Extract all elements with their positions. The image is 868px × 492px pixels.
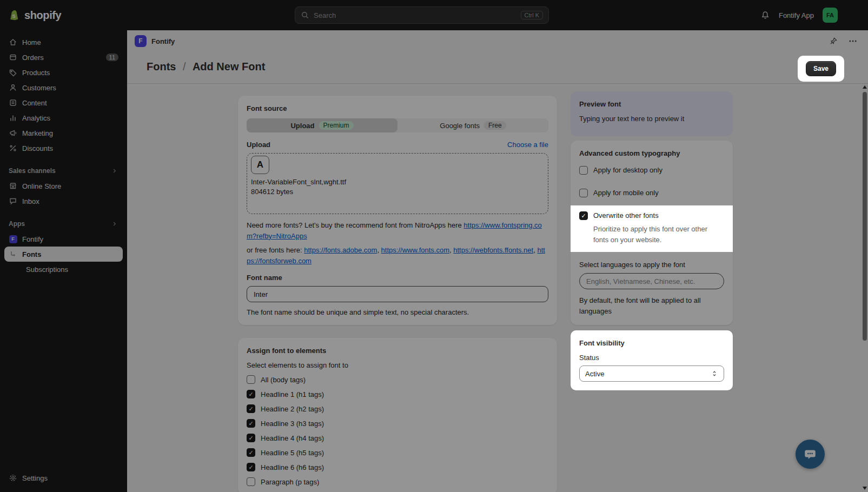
- checkbox[interactable]: [247, 419, 255, 428]
- sidebar-item-home[interactable]: Home: [4, 35, 123, 50]
- inbox-chat-icon: [9, 197, 17, 205]
- checkbox[interactable]: [247, 477, 255, 486]
- font-name-input[interactable]: [247, 286, 548, 302]
- shopify-wordmark: shopify: [24, 9, 61, 22]
- sidebar-item-inbox[interactable]: Inbox: [4, 194, 123, 209]
- choose-file-link[interactable]: Choose a file: [507, 141, 548, 149]
- tab-upload[interactable]: Upload Premium: [247, 118, 397, 132]
- notifications-bell-icon[interactable]: [760, 10, 770, 20]
- topbar: S shopify Ctrl K Fontify App FA: [0, 0, 868, 30]
- app-header: F Fontify: [127, 30, 868, 52]
- section-label: Apps: [9, 220, 25, 228]
- checkbox[interactable]: [579, 211, 588, 220]
- sidebar-item-fontify[interactable]: F Fontify: [4, 231, 123, 247]
- products-tag-icon: [9, 68, 17, 77]
- online-store-icon: [9, 182, 17, 190]
- more-options-icon[interactable]: [849, 37, 857, 45]
- sidebar-item-label: Settings: [22, 474, 48, 482]
- assign-option-h1[interactable]: Headline 1 (h1 tags): [247, 390, 548, 398]
- file-dropzone[interactable]: A Inter-VariableFont_slnt,wght.ttf 80461…: [247, 153, 548, 214]
- shopify-logo[interactable]: S shopify: [8, 0, 61, 30]
- free-font-link-ffonts[interactable]: https://webfonts.ffonts.net: [453, 246, 533, 254]
- sidebar-item-subscriptions[interactable]: Subscriptions: [4, 262, 123, 277]
- font-name-helper: The font name should be unique and simpl…: [247, 308, 548, 316]
- sidebar-item-label: Products: [22, 69, 50, 77]
- sidebar-item-settings[interactable]: Settings: [4, 470, 123, 486]
- account-avatar[interactable]: FA: [823, 8, 838, 23]
- sidebar-item-products[interactable]: Products: [4, 65, 123, 80]
- option-overwrite-fonts[interactable]: Overwrite other fonts: [579, 211, 724, 220]
- scroll-up-arrow[interactable]: [863, 85, 867, 89]
- fontify-header-icon: F: [135, 35, 147, 47]
- save-button[interactable]: Save: [806, 61, 836, 76]
- sidebar-item-orders[interactable]: Orders 11: [4, 50, 123, 65]
- breadcrumb-fonts-link[interactable]: Fonts: [147, 61, 176, 72]
- free-font-link-adobe[interactable]: https://fonts.adobe.com: [304, 246, 377, 254]
- vertical-scrollbar[interactable]: [863, 85, 867, 490]
- tab-google-fonts[interactable]: Google fonts Free: [397, 118, 548, 132]
- checkbox-label: Overwrite other fonts: [593, 211, 659, 220]
- status-select-value: Active: [585, 370, 604, 378]
- free-font-link-fontscom[interactable]: https://www.fonts.com: [381, 246, 449, 254]
- sidebar-footer: Settings: [4, 470, 123, 486]
- advanced-typography-card: Advanced custom typography Apply for des…: [571, 141, 733, 325]
- assign-option-h6[interactable]: Headline 6 (h6 tags): [247, 463, 548, 471]
- page-title: Add New Font: [193, 61, 265, 72]
- sidebar-item-marketing[interactable]: Marketing: [4, 125, 123, 141]
- status-select[interactable]: Active: [579, 365, 724, 382]
- page-head: Fonts / Add New Font: [127, 52, 868, 84]
- preview-sample-text: Typing your text here to preview it: [579, 115, 724, 123]
- card-title: Font visibility: [579, 339, 724, 347]
- checkbox[interactable]: [247, 434, 255, 442]
- chat-widget-button[interactable]: [796, 440, 825, 469]
- customers-person-icon: [9, 83, 17, 92]
- sidebar-item-customers[interactable]: Customers: [4, 80, 123, 95]
- checkbox[interactable]: [579, 166, 588, 175]
- home-icon: [9, 38, 17, 46]
- sidebar-item-discounts[interactable]: Discounts: [4, 141, 123, 156]
- assign-option-h4[interactable]: Headline 4 (h4 tags): [247, 434, 548, 442]
- sidebar-section-sales-channels[interactable]: Sales channels: [4, 163, 123, 178]
- checkbox[interactable]: [247, 448, 255, 457]
- store-name[interactable]: Fontify App: [779, 11, 814, 19]
- content-file-icon: [9, 98, 17, 107]
- languages-input[interactable]: [579, 273, 724, 289]
- sidebar-item-label: Content: [22, 99, 47, 107]
- card-title: Font source: [247, 104, 548, 112]
- checkbox[interactable]: [247, 463, 255, 471]
- checkbox[interactable]: [579, 189, 588, 197]
- assign-option-all[interactable]: All (body tags): [247, 375, 548, 384]
- sidebar-item-label: Subscriptions: [26, 265, 68, 274]
- search-input[interactable]: [314, 11, 516, 19]
- sidebar-item-analytics[interactable]: Analytics: [4, 110, 123, 125]
- topbar-right-cluster: Fontify App FA: [760, 0, 838, 30]
- sidebar-item-fonts[interactable]: Fonts: [4, 247, 123, 262]
- assign-option-h2[interactable]: Headline 2 (h2 tags): [247, 404, 548, 413]
- global-search[interactable]: Ctrl K: [295, 6, 549, 24]
- assign-option-h5[interactable]: Headline 5 (h5 tags): [247, 448, 548, 457]
- option-mobile-only[interactable]: Apply for mobile only: [579, 189, 724, 197]
- status-label: Status: [579, 354, 724, 362]
- sidebar-section-apps[interactable]: Apps: [4, 216, 123, 231]
- pin-icon[interactable]: [829, 37, 838, 45]
- card-title: Advanced custom typography: [579, 149, 724, 157]
- card-title: Assign font to elements: [247, 347, 548, 355]
- uploaded-file-size: 804612 bytes: [251, 188, 544, 196]
- option-desktop-only[interactable]: Apply for desktop only: [579, 166, 724, 175]
- sidebar-item-online-store[interactable]: Online Store: [4, 178, 123, 194]
- assign-option-h3[interactable]: Headline 3 (h3 tags): [247, 419, 548, 428]
- main-area: F Fontify Fonts / Add New Font Save: [127, 30, 868, 492]
- checkbox[interactable]: [247, 390, 255, 398]
- assign-option-paragraph[interactable]: Paragraph (p tags): [247, 477, 548, 486]
- promo-text: Need more fonts? Let's buy the recommend…: [247, 220, 548, 241]
- shopify-admin-page: S shopify Ctrl K Fontify App FA: [0, 0, 868, 492]
- scrollbar-thumb[interactable]: [863, 92, 867, 341]
- preview-font-card: Preview font Typing your text here to pr…: [571, 91, 733, 136]
- checkbox[interactable]: [247, 404, 255, 413]
- sidebar-item-content[interactable]: Content: [4, 95, 123, 110]
- free-badge: Free: [484, 121, 506, 130]
- sidebar-item-label: Home: [22, 38, 41, 46]
- scroll-down-arrow[interactable]: [863, 487, 867, 490]
- checkbox[interactable]: [247, 375, 255, 384]
- card-title: Preview font: [579, 100, 724, 108]
